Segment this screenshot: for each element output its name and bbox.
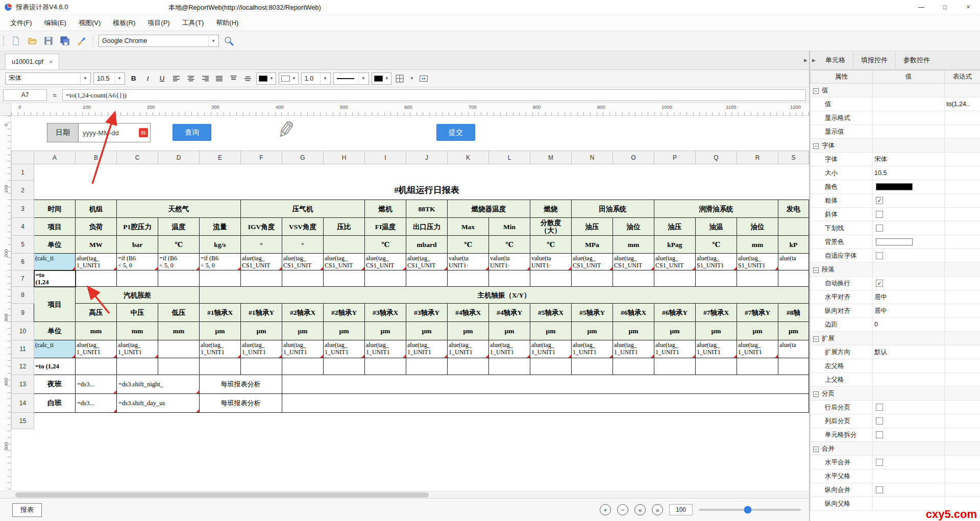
sheet-cell[interactable]: #2轴承X	[282, 304, 324, 322]
query-button[interactable]: 查询	[173, 124, 211, 141]
sheet-cell[interactable]: 压气机	[241, 200, 365, 218]
property-value[interactable]: 居中	[873, 304, 945, 318]
sheet-cell[interactable]: #机组运行日报表	[76, 181, 778, 200]
sheet-cell[interactable]	[241, 358, 282, 375]
sheet-cell[interactable]: 润滑油系统	[654, 200, 778, 218]
font-size-select[interactable]: 10.5 ▼	[93, 72, 125, 85]
row-header-5[interactable]: 5	[12, 236, 34, 254]
property-value[interactable]: 居中	[873, 290, 945, 304]
tab-scroll-right-icon[interactable]: ▶	[804, 58, 807, 63]
sheet-cell[interactable]: #3轴承X	[365, 304, 406, 322]
browser-select[interactable]: Google Chrome ▼	[99, 35, 219, 47]
row-header-9[interactable]: 9	[12, 304, 34, 322]
sheet-cell[interactable]	[282, 394, 809, 413]
row-header-15[interactable]: 15	[12, 413, 34, 429]
sheet-cell[interactable]: alue(tag_ CS1_UNIT	[572, 254, 613, 270]
sheet-cell[interactable]: alue(tag_ 1_UNIT1	[282, 340, 324, 358]
sheet-cell[interactable]: μm	[200, 322, 241, 340]
row-header-10[interactable]: 10	[12, 322, 34, 340]
checkbox-粗体[interactable]: ✓	[876, 197, 883, 204]
sheet-cell[interactable]: 项目	[34, 218, 76, 236]
select-all-corner[interactable]	[12, 151, 34, 164]
property-expression[interactable]	[945, 401, 980, 414]
sheet-cell[interactable]: IGV角度	[241, 218, 282, 236]
sheet-cell[interactable]	[282, 164, 324, 181]
property-expression[interactable]	[945, 456, 980, 469]
sheet-cell[interactable]	[737, 413, 778, 429]
col-header-B[interactable]: B	[76, 151, 117, 164]
date-input[interactable]: yyyy-MM-dd 31	[78, 123, 151, 142]
sheet-cell[interactable]: μm	[448, 322, 489, 340]
sheet-cell[interactable]	[696, 164, 737, 181]
submit-button[interactable]: 提交	[436, 124, 475, 141]
property-expression[interactable]	[945, 249, 980, 263]
sheet-cell[interactable]: alue(tag_ 1_UNIT1	[654, 340, 696, 358]
row-header-7[interactable]: 7	[12, 270, 34, 287]
sheet-cell[interactable]: ℃	[489, 236, 530, 254]
sheet-cell[interactable]	[76, 413, 117, 429]
property-value[interactable]	[873, 401, 945, 414]
property-expression[interactable]	[945, 428, 980, 442]
col-header-K[interactable]: K	[448, 151, 489, 164]
row-header-6[interactable]: 6	[12, 254, 34, 270]
sheet-cell[interactable]	[200, 358, 241, 375]
sheet-cell[interactable]: 油温	[696, 218, 737, 236]
nav-last-icon[interactable]: »	[652, 504, 663, 515]
sheet-cell[interactable]: #8轴	[778, 304, 809, 322]
sheet-cell[interactable]	[613, 164, 654, 181]
sheet-cell[interactable]: bar	[117, 236, 158, 254]
col-header-D[interactable]: D	[158, 151, 200, 164]
sheet-cell[interactable]: MW	[76, 236, 117, 254]
sheet-cell[interactable]	[489, 270, 530, 287]
property-expression[interactable]	[945, 483, 980, 497]
col-header-Q[interactable]: Q	[696, 151, 737, 164]
sheet-cell[interactable]	[324, 413, 365, 429]
property-expression[interactable]	[945, 414, 980, 428]
sheet-cell[interactable]: μm	[530, 322, 572, 340]
property-value[interactable]	[873, 180, 945, 194]
collapse-icon[interactable]: −	[813, 267, 819, 273]
col-header-N[interactable]: N	[572, 151, 613, 164]
property-expression[interactable]	[945, 125, 980, 139]
sheet-cell[interactable]: =to (1,24	[34, 358, 76, 375]
sheet-cell[interactable]: μm	[572, 322, 613, 340]
sheet-cell[interactable]: alue(tag_ 1_UNIT1	[117, 340, 158, 358]
sheet-cell[interactable]	[406, 358, 448, 375]
minimize-icon[interactable]: —	[910, 0, 933, 14]
col-header-J[interactable]: J	[406, 151, 448, 164]
sheet-cell[interactable]: #3轴承Y	[406, 304, 448, 322]
sheet-cell[interactable]: mm	[76, 322, 117, 340]
col-header-L[interactable]: L	[489, 151, 530, 164]
sheet-cell[interactable]	[613, 358, 654, 375]
sheet-cell[interactable]: μm	[696, 322, 737, 340]
border-color-select[interactable]: ▼	[372, 72, 391, 85]
sheet-cell[interactable]: 每班报表分析	[200, 375, 282, 394]
open-folder-icon[interactable]	[26, 34, 39, 47]
sheet-cell[interactable]: 项目	[34, 287, 76, 322]
zoom-out-icon[interactable]: −	[617, 504, 628, 515]
sheet-cell[interactable]: alue(tag_ 1_UNIT1	[241, 340, 282, 358]
checkbox-纵向合并[interactable]	[876, 486, 883, 493]
sheet-cell[interactable]: 田油系统	[572, 200, 654, 218]
search-icon[interactable]	[222, 34, 235, 47]
sheet-cell[interactable]	[200, 270, 241, 287]
sheet-cell[interactable]: 汽机胀差	[76, 287, 200, 304]
maximize-icon[interactable]: □	[933, 0, 957, 14]
sheet-cell[interactable]	[778, 270, 809, 287]
close-icon[interactable]: ×	[957, 0, 980, 14]
sheet-cell[interactable]	[158, 270, 200, 287]
sheet-cell[interactable]: #5轴承Y	[572, 304, 613, 322]
property-value[interactable]	[873, 359, 945, 373]
sheet-cell[interactable]	[117, 270, 158, 287]
property-value[interactable]	[873, 469, 945, 483]
horizontal-scrollbar[interactable]	[0, 491, 809, 498]
sheet-cell[interactable]: Min	[489, 218, 530, 236]
menu-item[interactable]: 编辑(E)	[38, 15, 72, 31]
borders-grid-icon[interactable]	[394, 72, 406, 84]
fill-color-select[interactable]: ▼	[279, 72, 299, 85]
sheet-cell[interactable]: μm	[241, 322, 282, 340]
collapse-icon[interactable]: −	[813, 88, 819, 94]
sheet-cell[interactable]: alue(ta	[778, 254, 809, 270]
sheet-cell[interactable]: °	[282, 236, 324, 254]
sheet-cell[interactable]	[34, 164, 76, 181]
